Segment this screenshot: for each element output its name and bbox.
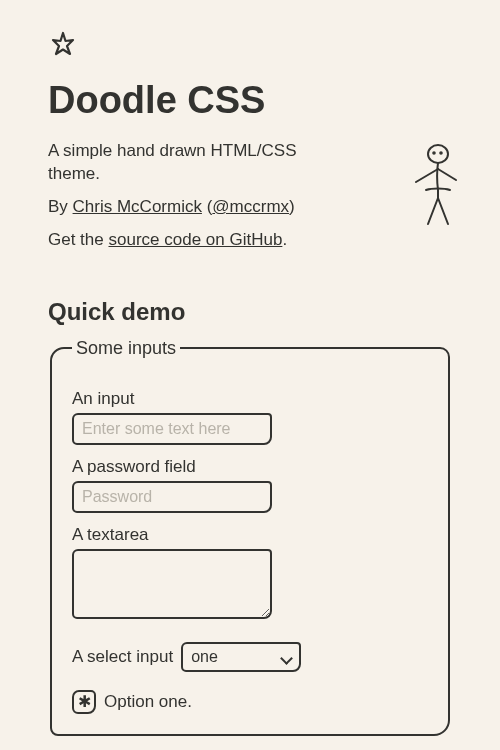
password-input[interactable]: [72, 481, 272, 513]
stick-figure-illustration: [404, 142, 462, 237]
source-link[interactable]: source code on GitHub: [108, 230, 282, 249]
source-prefix: Get the: [48, 230, 108, 249]
byline: By Chris McCormick (@mccrmx): [48, 196, 452, 219]
inputs-fieldset: Some inputs An input A password field A …: [50, 338, 450, 736]
period: .: [282, 230, 287, 249]
page-title: Doodle CSS: [48, 79, 452, 122]
fieldset-legend: Some inputs: [72, 338, 180, 359]
text-input-label: An input: [72, 389, 428, 409]
text-input[interactable]: [72, 413, 272, 445]
paren-open: (: [202, 197, 212, 216]
tagline: A simple hand drawn HTML/CSS theme.: [48, 140, 328, 186]
author-handle-link[interactable]: @mccrmx: [212, 197, 289, 216]
checkbox-option-one-label: Option one.: [104, 692, 192, 712]
checkbox-option-one[interactable]: ✱: [72, 690, 96, 714]
author-link[interactable]: Chris McCormick: [73, 197, 202, 216]
by-prefix: By: [48, 197, 73, 216]
svg-point-2: [440, 152, 442, 154]
select-input[interactable]: one: [181, 642, 301, 672]
star-icon: [48, 30, 452, 65]
quick-demo-heading: Quick demo: [48, 298, 452, 326]
svg-point-1: [433, 152, 435, 154]
password-input-label: A password field: [72, 457, 428, 477]
paren-close: ): [289, 197, 295, 216]
source-line: Get the source code on GitHub.: [48, 229, 452, 252]
textarea-input[interactable]: [72, 549, 272, 619]
textarea-label: A textarea: [72, 525, 428, 545]
select-label: A select input: [72, 647, 173, 667]
svg-point-0: [428, 145, 448, 163]
